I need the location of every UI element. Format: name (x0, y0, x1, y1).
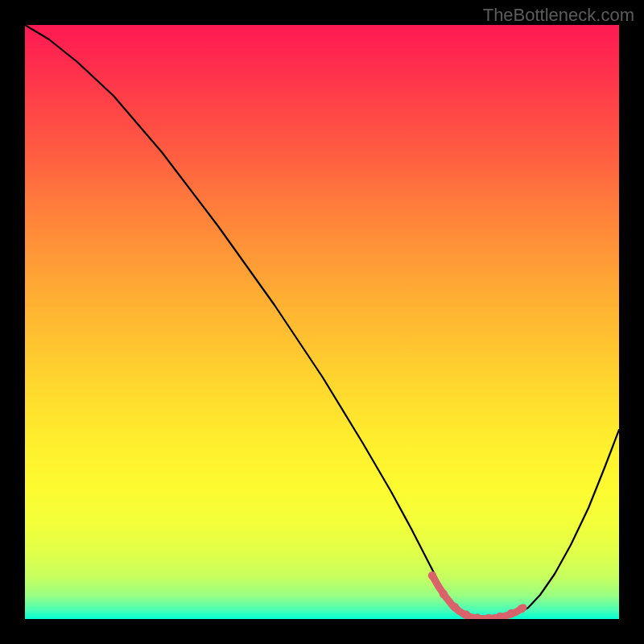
plot-area (25, 25, 619, 619)
curve-svg (25, 25, 619, 619)
highlight-dot (507, 609, 515, 617)
highlight-dot (462, 610, 470, 618)
highlight-dot (451, 603, 459, 611)
highlight-dot (518, 605, 526, 613)
highlight-dot (440, 590, 448, 598)
optimal-range-dots (428, 572, 526, 619)
chart-container: TheBottleneck.com (0, 0, 644, 644)
highlight-dot (428, 572, 436, 580)
bottleneck-curve (25, 25, 619, 619)
watermark-text: TheBottleneck.com (483, 5, 634, 26)
